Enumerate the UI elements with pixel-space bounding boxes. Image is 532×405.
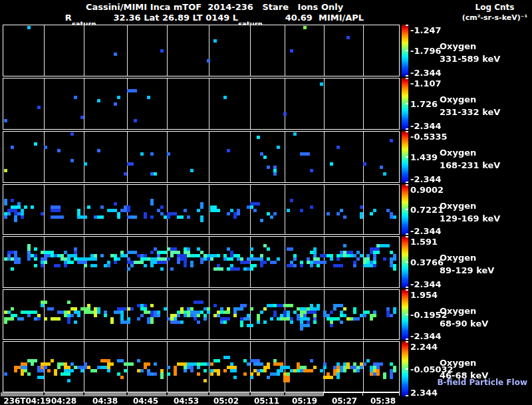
colorbar-tick-mark <box>406 236 408 237</box>
panel-gridline <box>44 78 45 129</box>
species-name: Oxygen <box>440 356 488 369</box>
colorbar-label-top: -0.5335 <box>410 132 448 142</box>
colorbar-tick-mark <box>406 314 408 315</box>
panel-gridline <box>250 237 251 287</box>
colorbar-tick-mark <box>406 287 408 288</box>
spectrogram-panel-2 <box>3 78 400 130</box>
axis-tick <box>399 392 400 396</box>
colorbar-tick-mark <box>406 209 408 210</box>
colorbar-label-top: 2.244 <box>410 342 438 352</box>
panel-gridline <box>127 342 128 392</box>
panel-gridline <box>127 132 128 182</box>
panel-gridline <box>209 25 209 76</box>
colorbar-tick-mark <box>406 182 408 183</box>
panel-gridline <box>363 237 364 287</box>
colorbar-tick-mark <box>406 78 408 79</box>
colorbar-tick-mark <box>406 103 408 104</box>
species-name: Oxygen <box>440 200 500 212</box>
axis-tick <box>249 392 251 395</box>
panel-gridline <box>324 185 325 234</box>
species-energy: 129-169 keV <box>440 212 500 225</box>
axis-tick <box>126 392 128 395</box>
panel-gridline <box>127 185 128 234</box>
spectrogram-panel-3 <box>3 131 400 183</box>
colorbar-tick-mark <box>406 338 408 340</box>
panel-gridline <box>285 132 285 182</box>
panel-gridline <box>363 78 364 129</box>
panel-gridline <box>363 342 364 392</box>
panel-gridline <box>167 237 168 287</box>
plot-title: Cassini/MIMI Inca mTOF 2014-236 Stare Io… <box>0 2 429 12</box>
panel-gridline <box>324 78 325 129</box>
species-name: Oxygen <box>440 146 500 159</box>
time-axis-label: 05:27 <box>332 396 357 405</box>
colorbar-label-bottom: 2.344 <box>410 388 438 398</box>
panel-gridline <box>84 185 84 234</box>
time-axis-label: 04:45 <box>133 396 158 405</box>
colorbar-label-bottom: -2.344 <box>410 279 442 289</box>
time-axis-label: 05:02 <box>213 396 239 405</box>
panel-gridline <box>324 132 325 182</box>
colorbar-tick-mark <box>406 75 408 76</box>
species-name: Oxygen <box>440 305 488 317</box>
species-label-4: Oxygen129-169 keV <box>440 200 500 225</box>
axis-baseline <box>323 392 400 393</box>
position-values: 32.36 Lat 26.89 LT 0149 L <box>114 13 239 23</box>
panel-gridline <box>44 342 45 392</box>
panel-gridline <box>127 290 128 339</box>
colorbar-label-bottom: -2.344 <box>410 331 442 341</box>
panel-gridline <box>127 237 128 287</box>
species-name: Oxygen <box>440 93 500 106</box>
species-label-6: Oxygen68-90 keV <box>440 305 488 330</box>
panel-gridline <box>127 78 128 129</box>
time-axis-label: 05:38 <box>370 396 396 405</box>
panel-gridline <box>250 185 251 234</box>
panel-gridline <box>84 342 84 392</box>
species-energy: 68-90 keV <box>440 317 488 330</box>
colorbar-tick-mark <box>406 184 408 186</box>
colorbar-tick-mark <box>406 50 408 51</box>
time-axis-label: 04:38 <box>92 396 118 405</box>
panel-gridline <box>250 290 251 339</box>
species-name: Oxygen <box>440 40 500 53</box>
panel-gridline <box>167 132 168 182</box>
panel-gridline <box>127 25 128 76</box>
panel-gridline <box>44 237 45 287</box>
r-label: R <box>65 13 72 23</box>
panel-gridline <box>44 185 45 234</box>
panel-gridline <box>167 290 168 339</box>
panel-gridline <box>285 237 285 287</box>
panel-gridline <box>84 237 84 287</box>
panel-gridline <box>209 132 209 182</box>
colorbar-title-line1: Log Cnts <box>459 3 531 13</box>
panel-gridline <box>285 25 285 76</box>
colorbar-tick-mark <box>406 25 408 26</box>
panel-gridline <box>209 237 209 287</box>
panel-gridline <box>84 290 84 339</box>
colorbar-label-mid: -1.796 <box>410 46 442 56</box>
axis-tick <box>284 392 285 395</box>
species-energy: 231-332 keV <box>440 106 500 118</box>
colorbar-label-mid: 1.439 <box>410 152 438 162</box>
panel-gridline <box>209 290 209 339</box>
colorbar-label-mid: 0.7221 <box>410 205 444 215</box>
axis-tick <box>43 392 45 395</box>
bfield-annotation: B-field Particle Flow <box>437 378 527 387</box>
colorbar-label-mid: 1.726 <box>410 99 438 109</box>
species-name: Oxygen <box>440 251 494 264</box>
species-energy: 168-231 keV <box>440 159 500 172</box>
axis-tick <box>362 392 363 396</box>
panel-gridline <box>209 185 209 234</box>
panel-gridline <box>285 78 285 129</box>
colorbar-tick-mark <box>406 368 408 370</box>
spectrogram-panel-7 <box>3 341 400 392</box>
plot-root: Cassini/MIMI Inca mTOF 2014-236 Stare Io… <box>0 0 532 405</box>
panel-gridline <box>250 132 251 182</box>
spectrogram-panel-6 <box>3 289 400 340</box>
panel-gridline <box>285 290 285 339</box>
time-axis-label: 05:11 <box>254 396 279 405</box>
time-axis-label: 236T04:19 <box>3 396 51 405</box>
spectrogram-panel-5 <box>3 236 400 288</box>
panel-gridline <box>84 78 84 129</box>
panel-gridline <box>324 342 325 392</box>
